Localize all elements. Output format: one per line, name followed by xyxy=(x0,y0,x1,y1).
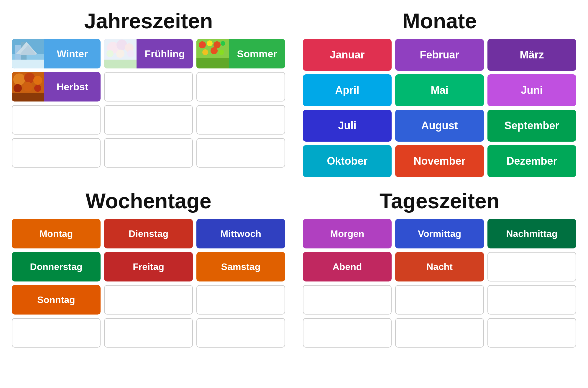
svg-rect-14 xyxy=(104,60,137,68)
svg-point-25 xyxy=(13,73,25,85)
jahreszeiten-title: Jahreszeiten xyxy=(84,9,213,33)
wochentage-card[interactable]: Montag xyxy=(12,219,101,248)
monate-card[interactable]: November xyxy=(395,145,484,177)
jahreszeiten-card[interactable]: Herbst xyxy=(12,72,101,101)
wochentage-card[interactable] xyxy=(104,318,193,348)
svg-point-13 xyxy=(127,50,134,57)
tageszeiten-card[interactable] xyxy=(395,318,484,348)
svg-point-11 xyxy=(106,50,114,57)
monate-card[interactable]: April xyxy=(303,74,392,106)
wochentage-card[interactable]: Samstag xyxy=(196,252,285,281)
wochentage-card[interactable] xyxy=(196,285,285,315)
wochentage-grid: MontagDienstagMittwochDonnerstagFreitagS… xyxy=(12,219,285,348)
tageszeiten-card[interactable] xyxy=(487,318,576,348)
jahreszeiten-card[interactable] xyxy=(12,138,101,168)
svg-rect-31 xyxy=(12,93,44,101)
monate-card[interactable]: März xyxy=(487,39,576,71)
svg-point-29 xyxy=(23,82,33,91)
svg-point-19 xyxy=(221,41,225,46)
tageszeiten-section: Tageszeiten MorgenVormittagNachmittagAbe… xyxy=(303,189,576,348)
wochentage-title: Wochentage xyxy=(86,189,211,213)
season-image xyxy=(196,39,229,68)
jahreszeiten-grid: WinterFrühlingSommerHerbst xyxy=(12,39,285,168)
svg-point-28 xyxy=(14,84,22,92)
jahreszeiten-card[interactable] xyxy=(104,72,193,101)
season-label: Frühling xyxy=(137,48,193,60)
monate-card[interactable]: Januar xyxy=(303,39,392,71)
monate-section: Monate JanuarFebruarMärzAprilMaiJuniJuli… xyxy=(303,9,576,177)
season-label: Sommer xyxy=(229,48,285,60)
svg-point-21 xyxy=(211,47,218,54)
svg-rect-6 xyxy=(12,60,44,68)
svg-point-17 xyxy=(207,40,213,46)
tageszeiten-card[interactable] xyxy=(395,285,484,315)
svg-point-30 xyxy=(34,85,41,92)
monate-card[interactable]: Juni xyxy=(487,74,576,106)
svg-point-22 xyxy=(219,50,224,55)
tageszeiten-card[interactable]: Vormittag xyxy=(395,219,484,248)
monate-card[interactable]: August xyxy=(395,110,484,142)
jahreszeiten-card[interactable] xyxy=(104,138,193,168)
main-grid: Jahreszeiten WinterFrühlingSommerHerbst … xyxy=(12,9,576,348)
tageszeiten-card[interactable]: Morgen xyxy=(303,219,392,248)
monate-card[interactable]: Dezember xyxy=(487,145,576,177)
jahreszeiten-card[interactable]: Frühling xyxy=(104,39,193,68)
tageszeiten-card[interactable] xyxy=(303,318,392,348)
tageszeiten-card[interactable] xyxy=(303,285,392,315)
svg-point-20 xyxy=(202,49,208,55)
jahreszeiten-card[interactable] xyxy=(196,105,285,135)
svg-point-12 xyxy=(116,50,124,58)
season-label: Herbst xyxy=(44,81,101,93)
season-label: Winter xyxy=(44,48,101,60)
tageszeiten-card[interactable] xyxy=(487,285,576,315)
wochentage-card[interactable]: Freitag xyxy=(104,252,193,281)
jahreszeiten-card[interactable] xyxy=(104,105,193,135)
wochentage-card[interactable]: Donnerstag xyxy=(12,252,101,281)
monate-card[interactable]: Oktober xyxy=(303,145,392,177)
tageszeiten-card[interactable]: Nachmittag xyxy=(487,219,576,248)
season-image xyxy=(12,72,44,101)
jahreszeiten-card[interactable] xyxy=(196,72,285,101)
season-image xyxy=(12,39,44,68)
jahreszeiten-section: Jahreszeiten WinterFrühlingSommerHerbst xyxy=(12,9,285,177)
svg-point-26 xyxy=(24,73,35,83)
monate-card[interactable]: Februar xyxy=(395,39,484,71)
wochentage-card[interactable] xyxy=(12,318,101,348)
monate-grid: JanuarFebruarMärzAprilMaiJuniJuliAugustS… xyxy=(303,39,576,177)
svg-rect-23 xyxy=(196,58,229,68)
tageszeiten-card[interactable] xyxy=(487,252,576,281)
monate-title: Monate xyxy=(403,9,477,33)
wochentage-card[interactable] xyxy=(196,318,285,348)
tageszeiten-title: Tageszeiten xyxy=(380,189,500,213)
jahreszeiten-card[interactable] xyxy=(12,105,101,135)
wochentage-card[interactable]: Mittwoch xyxy=(196,219,285,248)
jahreszeiten-card[interactable]: Sommer xyxy=(196,39,285,68)
wochentage-card[interactable]: Sonntag xyxy=(12,285,101,315)
monate-card[interactable]: Juli xyxy=(303,110,392,142)
jahreszeiten-card[interactable] xyxy=(196,138,285,168)
svg-point-16 xyxy=(199,41,206,48)
season-image xyxy=(104,39,137,68)
tageszeiten-grid: MorgenVormittagNachmittagAbendNacht xyxy=(303,219,576,348)
monate-card[interactable]: Mai xyxy=(395,74,484,106)
tageszeiten-card[interactable]: Abend xyxy=(303,252,392,281)
wochentage-card[interactable] xyxy=(104,285,193,315)
jahreszeiten-card[interactable]: Winter xyxy=(12,39,101,68)
wochentage-card[interactable]: Dienstag xyxy=(104,219,193,248)
monate-card[interactable]: September xyxy=(487,110,576,142)
wochentage-section: Wochentage MontagDienstagMittwochDonners… xyxy=(12,189,285,348)
svg-point-27 xyxy=(33,76,42,85)
tageszeiten-card[interactable]: Nacht xyxy=(395,252,484,281)
